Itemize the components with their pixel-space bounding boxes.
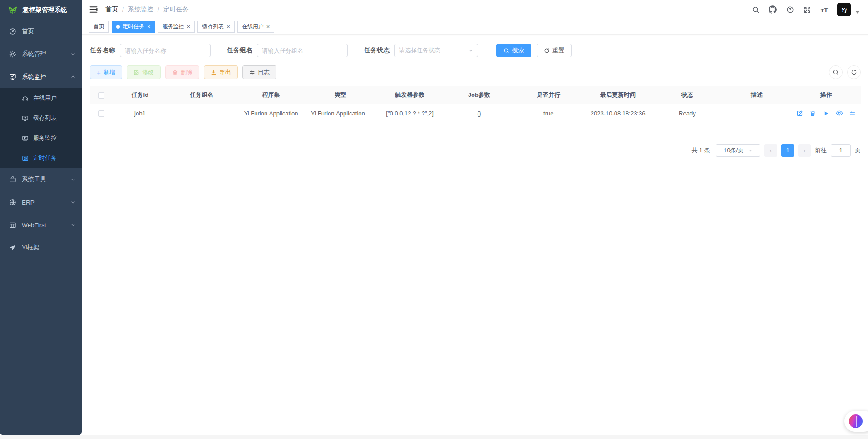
row-run-icon[interactable] <box>823 110 830 117</box>
refresh-icon <box>544 48 550 54</box>
goto-label: 前往 <box>815 146 827 155</box>
search-button[interactable]: 搜索 <box>496 44 531 57</box>
tab-label: 缓存列表 <box>202 23 224 30</box>
log-button[interactable]: 日志 <box>242 65 276 79</box>
goto-page-input[interactable] <box>831 144 851 157</box>
row-checkbox[interactable] <box>98 110 104 117</box>
sidebar-item-label: 定时任务 <box>33 154 57 162</box>
toolbar-right-actions <box>829 65 861 79</box>
table-grid-icon <box>9 221 16 229</box>
sidebar-item-label: WebFirst <box>22 222 65 229</box>
column-task-id: 任务Id <box>113 86 167 104</box>
close-icon[interactable]: × <box>147 24 151 30</box>
prev-page-button[interactable]: ‹ <box>764 144 777 157</box>
log-button-label: 日志 <box>258 68 270 76</box>
cell-job-args: {} <box>444 104 514 123</box>
sidebar-item-service-monitor[interactable]: 服务监控 <box>0 128 82 148</box>
sidebar-item-cache-list[interactable]: 缓存列表 <box>0 108 82 128</box>
tab-service-monitor[interactable]: 服务监控 × <box>158 21 195 33</box>
task-group-input[interactable] <box>257 44 348 57</box>
close-icon[interactable]: × <box>227 24 230 30</box>
avatar-dropdown-caret-icon[interactable] <box>855 11 860 14</box>
sidebar-item-label: 首页 <box>22 27 75 35</box>
chevron-down-icon <box>71 177 75 182</box>
sidebar-item-yi-framework[interactable]: Yi框架 <box>0 236 82 259</box>
sidebar-item-system-monitor[interactable]: 系统监控 <box>0 65 82 88</box>
refresh-table-button[interactable] <box>847 65 861 79</box>
page-1-button[interactable]: 1 <box>781 144 794 157</box>
delete-button[interactable]: 删除 <box>165 65 199 79</box>
column-job-args: Job参数 <box>444 86 514 104</box>
topbar: 首页 / 系统监控 / 定时任务 тT Yj <box>82 0 868 19</box>
cell-type: Yi.Furion.Application... <box>306 104 375 123</box>
tab-home[interactable]: 首页 <box>89 21 109 33</box>
collapse-sidebar-icon[interactable] <box>89 5 98 14</box>
horizontal-scrollbar[interactable] <box>0 435 868 439</box>
schedule-icon <box>22 155 29 162</box>
column-task-group: 任务组名 <box>167 86 237 104</box>
row-delete-icon[interactable] <box>809 110 817 117</box>
filter-form: 任务名称 任务组名 任务状态 请选择任务状态 搜索 重置 <box>90 44 861 57</box>
avatar[interactable]: Yj <box>837 3 851 16</box>
page-content: 任务名称 任务组名 任务状态 请选择任务状态 搜索 重置 <box>82 35 868 439</box>
app-title: 意框架管理系统 <box>23 6 67 14</box>
brain-icon <box>849 414 863 428</box>
font-size-icon[interactable]: тT <box>820 6 828 14</box>
table-row[interactable]: job1 Yi.Furion.Application Yi.Furion.App… <box>90 104 861 123</box>
close-icon[interactable]: × <box>266 24 270 30</box>
reset-button[interactable]: 重置 <box>537 44 572 57</box>
cache-monitor-icon <box>22 115 29 122</box>
sidebar-item-scheduled-tasks[interactable]: 定时任务 <box>0 148 82 168</box>
breadcrumb-home[interactable]: 首页 <box>105 5 118 14</box>
column-status: 状态 <box>652 86 722 104</box>
tab-online-users[interactable]: 在线用户 × <box>237 21 275 33</box>
row-log-icon[interactable] <box>849 110 856 117</box>
dashboard-icon <box>9 28 16 35</box>
page-size-select[interactable]: 10条/页 <box>716 144 760 157</box>
select-all-checkbox[interactable] <box>98 92 104 99</box>
server-icon <box>22 135 29 142</box>
sidebar-item-system-management[interactable]: 系统管理 <box>0 43 82 65</box>
search-icon <box>833 69 839 75</box>
tasks-table: 任务Id 任务组名 程序集 类型 触发器参数 Job参数 是否并行 最后更新时间… <box>90 86 861 123</box>
task-name-input[interactable] <box>120 44 211 57</box>
tab-label: 首页 <box>94 23 104 30</box>
task-status-label: 任务状态 <box>364 46 390 55</box>
headset-icon <box>22 95 29 102</box>
task-status-select[interactable]: 请选择任务状态 <box>394 44 478 57</box>
close-icon[interactable]: × <box>187 24 191 30</box>
paper-plane-icon <box>9 244 16 251</box>
cell-concurrent: true <box>514 104 583 123</box>
sidebar-item-system-tools[interactable]: 系统工具 <box>0 168 82 191</box>
row-edit-icon[interactable] <box>796 110 804 117</box>
chevron-down-icon <box>71 223 75 227</box>
next-page-button[interactable]: › <box>798 144 811 157</box>
chevron-down-icon <box>71 200 75 205</box>
tab-scheduled-tasks[interactable]: 定时任务 × <box>112 21 155 33</box>
globe-icon <box>9 199 16 206</box>
add-button[interactable]: + 新增 <box>90 65 122 79</box>
edit-button[interactable]: 修改 <box>127 65 161 79</box>
sidebar-item-erp[interactable]: ERP <box>0 191 82 214</box>
sidebar-item-home[interactable]: 首页 <box>0 20 82 43</box>
column-type: 类型 <box>306 86 375 104</box>
column-concurrent: 是否并行 <box>514 86 583 104</box>
search-icon[interactable] <box>751 5 760 14</box>
column-updated: 最后更新时间 <box>583 86 653 104</box>
log-list-icon <box>249 70 255 75</box>
sidebar-item-label: 系统管理 <box>22 50 65 58</box>
export-button[interactable]: 导出 <box>204 65 238 79</box>
toggle-search-button[interactable] <box>829 65 843 79</box>
tab-cache-list[interactable]: 缓存列表 × <box>197 21 235 33</box>
fullscreen-icon[interactable] <box>803 5 811 14</box>
topbar-actions: тT Yj <box>751 3 860 16</box>
briefcase-icon <box>9 176 16 183</box>
sidebar-item-webfirst[interactable]: WebFirst <box>0 214 82 236</box>
export-button-label: 导出 <box>219 68 231 76</box>
help-icon[interactable] <box>786 5 794 14</box>
github-icon[interactable] <box>769 5 777 14</box>
assistant-fab[interactable] <box>844 411 868 432</box>
row-view-icon[interactable] <box>836 110 843 117</box>
sidebar-item-online-users[interactable]: 在线用户 <box>0 88 82 108</box>
logo[interactable]: 意框架管理系统 <box>0 0 82 20</box>
